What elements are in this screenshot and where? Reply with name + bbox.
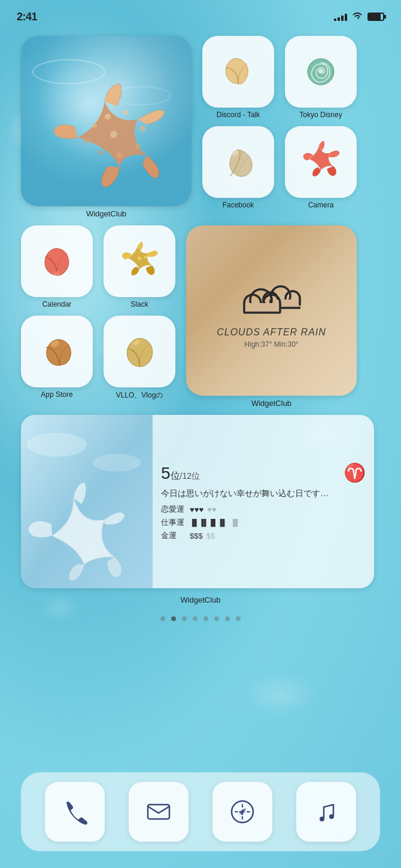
signal-icon (334, 13, 347, 21)
svg-point-16 (54, 271, 59, 276)
safari-dock-icon[interactable] (212, 782, 272, 842)
slack-icon[interactable] (104, 225, 175, 297)
status-bar: 2:41 (0, 0, 401, 30)
page-dot-3[interactable] (193, 616, 198, 621)
calendar-label: Calendar (42, 300, 72, 308)
facebook-icon[interactable] (202, 126, 274, 198)
svg-point-44 (329, 814, 334, 819)
battery-icon (367, 13, 384, 21)
discord-icon[interactable] (202, 36, 274, 108)
page-dot-1[interactable] (171, 616, 176, 621)
page-dot-4[interactable] (203, 616, 208, 621)
horo-work-label: 仕事運 (161, 517, 186, 528)
horo-love-filled: ♥♥♥ (190, 505, 203, 514)
horo-rank-row: 5位/12位 ♈ (161, 462, 366, 483)
svg-point-12 (110, 131, 117, 138)
svg-point-8 (117, 152, 123, 158)
horo-rank-sup: 位 (171, 470, 180, 481)
horo-love-label: 恋愛運 (161, 504, 186, 515)
app-store-icon[interactable] (21, 316, 93, 387)
page-dot-6[interactable] (225, 616, 230, 621)
icon-pair-4: App Store (21, 316, 175, 401)
svg-point-37 (93, 454, 141, 472)
page-dot-5[interactable] (214, 616, 219, 621)
horo-work-row: 仕事運 ▐▌▐▌▐▌▐▌ ▐▌ (161, 517, 366, 528)
tokyo-disney-wrapper: Tokyo Disney (285, 36, 357, 119)
dock (21, 772, 380, 851)
wifi-icon (352, 11, 363, 22)
weather-widget[interactable]: Clouds after Rain High:37° Min:30° (186, 225, 357, 396)
left-2col: Calendar (21, 225, 175, 401)
weather-subtitle: High:37° Min:30° (244, 340, 298, 349)
svg-point-6 (139, 126, 145, 132)
svg-rect-38 (148, 805, 169, 819)
svg-point-18 (144, 256, 147, 259)
widgetclub-large-label: WidgetClub (21, 209, 192, 218)
slack-wrapper: Slack (104, 225, 175, 308)
weather-title: Clouds after Rain (217, 327, 326, 338)
horo-work-filled: ▐▌▐▌▐▌▐▌ (190, 519, 227, 526)
page-dot-2[interactable] (182, 616, 187, 621)
vllo-wrapper: VLLO、Vlogの (104, 316, 175, 401)
horo-rank-number: 5 (161, 464, 171, 482)
horo-text: 今日は思いがけない幸せが舞い込む日です… (161, 488, 366, 500)
icon-pair-3: Calendar (21, 225, 175, 308)
discord-wrapper: Discord - Talk (202, 36, 274, 119)
icon-pair-1: Discord - Talk Tokyo Disney (202, 36, 357, 119)
mail-dock-icon[interactable] (129, 782, 189, 842)
page-dot-7[interactable] (236, 616, 241, 621)
svg-point-5 (123, 110, 128, 115)
app-store-label: App Store (41, 390, 72, 399)
svg-rect-31 (244, 303, 280, 313)
right-col: Discord - Talk Tokyo Disney (202, 36, 357, 209)
vllo-icon[interactable] (104, 316, 175, 387)
horo-money-empty: $$ (206, 531, 215, 540)
apps-area: WidgetClub (0, 30, 401, 621)
svg-point-42 (241, 811, 244, 813)
horo-work-empty: ▐▌ (230, 519, 240, 526)
status-icons (334, 11, 384, 22)
svg-point-10 (84, 137, 90, 143)
svg-point-14 (318, 69, 323, 74)
discord-label: Discord - Talk (217, 111, 260, 119)
music-dock-icon[interactable] (296, 782, 356, 842)
horo-love-empty: ♥♥ (207, 505, 216, 514)
svg-point-7 (135, 144, 140, 149)
weather-widget-label: WidgetClub (186, 399, 357, 408)
weather-widget-wrapper: Clouds after Rain High:37° Min:30° Widge… (186, 225, 357, 408)
camera-wrapper: Camera (285, 126, 357, 209)
camera-icon[interactable] (285, 126, 357, 198)
horo-love-row: 恋愛運 ♥♥♥ ♥♥ (161, 504, 366, 515)
tokyo-disney-label: Tokyo Disney (299, 111, 342, 119)
camera-label: Camera (308, 201, 334, 209)
svg-point-4 (105, 114, 111, 120)
svg-point-9 (98, 150, 103, 155)
facebook-wrapper: Facebook (202, 126, 274, 209)
calendar-icon[interactable] (21, 225, 93, 297)
widgetclub-large-icon[interactable] (21, 36, 192, 206)
horo-rank-display: 5位/12位 (161, 464, 200, 483)
weather-cloud (236, 273, 308, 317)
tokyo-disney-icon[interactable] (285, 36, 357, 108)
svg-point-17 (138, 256, 141, 260)
horo-sign: ♈ (344, 462, 366, 483)
horo-money-filled: $$$ (190, 531, 203, 540)
horo-money-label: 金運 (161, 530, 186, 541)
horo-money-row: 金運 $$$ $$ (161, 530, 366, 541)
svg-point-36 (27, 433, 87, 457)
slack-label: Slack (130, 300, 148, 308)
horo-rank-total: /12位 (180, 471, 200, 481)
row1: WidgetClub (21, 36, 380, 218)
facebook-label: Facebook (223, 201, 254, 209)
horoscope-image (21, 415, 153, 588)
icon-pair-2: Facebook (202, 126, 357, 209)
status-time: 2:41 (17, 11, 37, 23)
horoscope-widget[interactable]: 5位/12位 ♈ 今日は思いがけない幸せが舞い込む日です… 恋愛運 ♥♥♥ ♥♥… (21, 415, 374, 588)
horoscope-wrapper: 5位/12位 ♈ 今日は思いがけない幸せが舞い込む日です… 恋愛運 ♥♥♥ ♥♥… (21, 415, 380, 604)
app-store-wrapper: App Store (21, 316, 93, 401)
horoscope-label: WidgetClub (21, 595, 380, 604)
page-dot-0[interactable] (160, 616, 165, 621)
row2: Calendar (21, 225, 380, 408)
phone-dock-icon[interactable] (45, 782, 105, 842)
page-dots (21, 616, 380, 621)
